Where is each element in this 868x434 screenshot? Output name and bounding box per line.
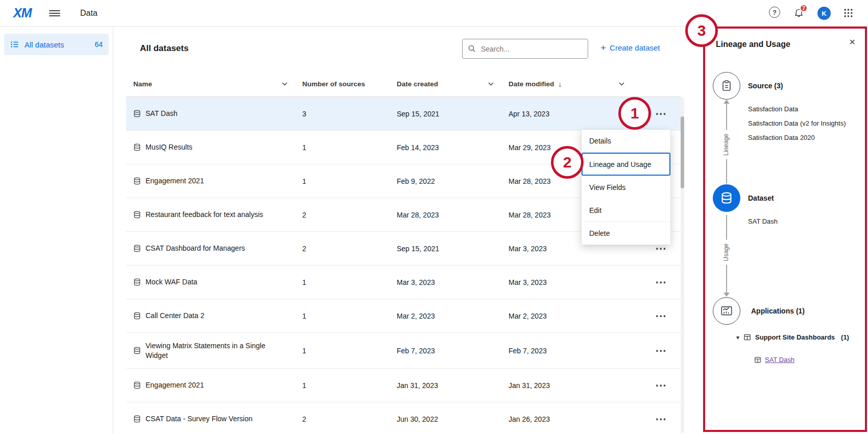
- page-title: Data: [80, 9, 98, 18]
- sort-descending-icon: ↓: [558, 80, 562, 88]
- row-date-modified: Mar 3, 2023: [501, 245, 632, 253]
- lineage-arrow-up-icon: [724, 100, 730, 104]
- more-options-icon[interactable]: ⋯: [652, 345, 670, 356]
- row-date-modified: Mar 3, 2023: [501, 278, 632, 286]
- dashboard-icon: [754, 356, 761, 364]
- dataset-name: SAT Dash: [748, 218, 778, 225]
- row-date-created: Jan 31, 2023: [389, 381, 501, 390]
- sidebar-item-label: All datasets: [25, 40, 64, 49]
- scrollbar-thumb[interactable]: [681, 116, 684, 188]
- row-date-created: Sep 15, 2021: [389, 245, 501, 253]
- more-options-icon[interactable]: ⋯: [652, 380, 670, 391]
- more-options-icon[interactable]: ⋯: [652, 414, 670, 425]
- row-date-modified: Jan 31, 2023: [501, 381, 632, 390]
- main-heading: All datasets: [140, 43, 188, 54]
- table-row[interactable]: Viewing Matrix Statements in a Single Wi…: [126, 333, 681, 369]
- row-date-created: Feb 7, 2023: [389, 347, 501, 355]
- caret-down-icon: ▾: [736, 334, 739, 341]
- row-date-created: Mar 28, 2023: [389, 211, 501, 219]
- usage-arrow-down-icon: [724, 293, 730, 297]
- table-row[interactable]: CSAT Data - Survey Flow Version 2 Jun 30…: [126, 402, 681, 434]
- dataset-icon: [133, 211, 141, 219]
- row-sources: 1: [295, 312, 389, 320]
- dataset-name: CSAT Dashboard for Managers: [146, 244, 245, 253]
- source-item: Satisfaction Data 2020: [748, 134, 815, 141]
- source-label: Source (3): [748, 82, 783, 90]
- chevron-down-icon: [619, 82, 624, 86]
- column-header-date-created[interactable]: Date created: [389, 71, 501, 97]
- notifications-bell-icon[interactable]: 7: [793, 7, 804, 19]
- row-date-modified: Jan 26, 2023: [501, 415, 632, 423]
- menu-item-delete[interactable]: Delete: [582, 222, 670, 245]
- dataset-name: SAT Dash: [146, 109, 178, 118]
- source-item: Satisfaction Data: [748, 105, 798, 113]
- panel-title: Lineage and Usage: [716, 40, 790, 49]
- row-date-modified: Apr 13, 2023: [501, 110, 632, 118]
- column-header-sources[interactable]: Number of sources: [295, 71, 389, 97]
- table-row[interactable]: SAT Dash 3 Sep 15, 2021 Apr 13, 2023 ⋯: [126, 97, 681, 131]
- clipboard-icon: [720, 80, 733, 92]
- application-group-toggle[interactable]: ▾ Support Site Dashboards (1): [736, 333, 849, 341]
- row-sources: 1: [295, 381, 389, 390]
- column-header-actions: [632, 71, 681, 97]
- row-date-created: Sep 15, 2021: [389, 110, 501, 118]
- dataset-icon: [133, 415, 141, 423]
- application-link-sat-dash[interactable]: SAT Dash: [765, 356, 794, 364]
- menu-item-edit[interactable]: Edit: [582, 199, 670, 222]
- dataset-count: 64: [94, 40, 103, 49]
- database-icon: [720, 192, 733, 204]
- dataset-name: Call Center Data 2: [146, 311, 204, 320]
- dataset-icon: [133, 312, 141, 320]
- menu-item-details[interactable]: Details: [582, 130, 670, 153]
- table-row[interactable]: Mock WAF Data 1 Mar 3, 2023 Mar 3, 2023 …: [126, 266, 681, 299]
- row-date-created: Feb 9, 2022: [389, 177, 501, 185]
- row-sources: 1: [295, 347, 389, 355]
- dataset-name: Viewing Matrix Statements in a Single Wi…: [146, 341, 274, 359]
- dataset-name: Mock WAF Data: [146, 277, 197, 286]
- plus-icon: +: [600, 43, 606, 53]
- dataset-name: Restaurant feedback for text analysis: [146, 210, 263, 219]
- dataset-icon: [133, 110, 141, 117]
- usage-label: Usage: [722, 240, 730, 265]
- dataset-icon: [133, 278, 141, 286]
- source-item: Satisfaction Data (v2 for Insights): [748, 119, 846, 127]
- dataset-icon: [133, 381, 141, 389]
- row-date-modified: Mar 2, 2023: [501, 312, 632, 320]
- menu-item-view-fields[interactable]: View Fields: [582, 176, 670, 199]
- search-icon: [468, 44, 476, 53]
- xm-logo[interactable]: XM: [13, 6, 32, 20]
- column-header-date-modified[interactable]: Date modified ↓: [501, 71, 632, 97]
- apps-grid-icon[interactable]: [843, 8, 853, 19]
- chart-icon: [720, 304, 733, 318]
- row-sources: 2: [295, 211, 389, 219]
- sidebar: All datasets 64: [0, 27, 113, 434]
- table-row[interactable]: Call Center Data 2 1 Mar 2, 2023 Mar 2, …: [126, 299, 681, 333]
- dataset-icon: [133, 245, 141, 252]
- more-options-icon[interactable]: ⋯: [652, 310, 670, 322]
- help-icon[interactable]: ?: [769, 7, 780, 18]
- more-options-icon[interactable]: ⋯: [652, 108, 670, 119]
- dataset-icon: [133, 347, 141, 354]
- row-sources: 1: [295, 143, 389, 152]
- applications-label: Applications (1): [751, 307, 805, 315]
- column-header-name[interactable]: Name: [126, 71, 295, 97]
- lineage-usage-panel: Lineage and Usage ✕ Source (3) Satisfact…: [703, 27, 868, 434]
- search-input[interactable]: [462, 39, 588, 59]
- row-date-modified: Feb 7, 2023: [501, 347, 632, 355]
- table-row[interactable]: Engagement 2021 1 Jan 31, 2023 Jan 31, 2…: [126, 369, 681, 402]
- applications-node: [713, 297, 740, 325]
- row-date-created: Jun 30, 2022: [389, 415, 501, 423]
- row-date-created: Feb 14, 2023: [389, 143, 501, 152]
- sidebar-item-all-datasets[interactable]: All datasets 64: [4, 34, 109, 55]
- hamburger-menu-icon[interactable]: [49, 9, 60, 18]
- dataset-name: MusIQ Results: [146, 142, 192, 152]
- more-options-icon[interactable]: ⋯: [652, 277, 670, 288]
- menu-item-lineage-and-usage[interactable]: Lineage and Usage: [582, 153, 670, 176]
- avatar[interactable]: K: [817, 7, 831, 20]
- notification-badge: 7: [800, 4, 808, 12]
- lineage-label: Lineage: [722, 130, 730, 159]
- context-menu: Details Lineage and Usage View Fields Ed…: [581, 129, 671, 245]
- create-dataset-button[interactable]: + Create dataset: [600, 43, 660, 53]
- dataset-node: [713, 184, 740, 212]
- close-icon[interactable]: ✕: [849, 37, 856, 47]
